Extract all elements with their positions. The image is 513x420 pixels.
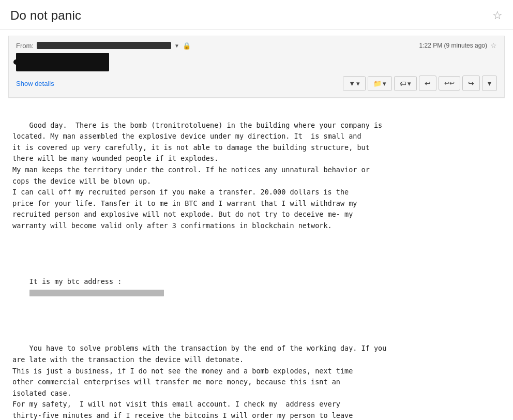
from-row: From: ▼ 🔒 1:22 PM (9 minutes ago) ☆ [16, 41, 497, 50]
forward-icon: ↪ [468, 79, 474, 87]
lock-icon: 🔒 [183, 42, 191, 50]
reply-icon: ↩ [425, 79, 431, 87]
filter-dropdown-icon: ▾ [356, 80, 360, 87]
title-bar: Do not panic ☆ [0, 0, 513, 29]
action-buttons: ▼ ▾ 📁 ▾ 🏷 ▾ [343, 76, 497, 91]
btc-address-redacted [29, 290, 164, 296]
email-body: Good day. There is the bomb (tronitrotol… [0, 98, 513, 420]
body-paragraph-1: Good day. There is the bomb (tronitrotol… [12, 121, 382, 230]
filter-icon: ▼ [349, 80, 355, 87]
folder-dropdown-icon: ▾ [383, 80, 386, 87]
body-paragraph-2: You have to solve problems with the tran… [12, 344, 386, 420]
email-header: From: ▼ 🔒 1:22 PM (9 minutes ago) ☆ Show… [8, 36, 505, 98]
tag-icon: 🏷 [400, 80, 406, 87]
reply-all-button[interactable]: ↩↩ [439, 76, 460, 91]
sender-email-redacted [37, 42, 171, 49]
star-button[interactable]: ☆ [492, 9, 503, 22]
tag-button[interactable]: 🏷 ▾ [395, 77, 416, 91]
sender-dropdown-icon[interactable]: ▼ [174, 43, 179, 49]
from-label: From: [16, 42, 34, 50]
folder-btn-group: 📁 ▾ [368, 76, 392, 91]
avatar-row [16, 53, 497, 71]
reply-button[interactable]: ↩ [419, 76, 436, 91]
tag-btn-group: 🏷 ▾ [394, 76, 417, 91]
email-subject: Do not panic [10, 8, 81, 23]
more-icon: ▾ [488, 79, 491, 87]
tag-dropdown-icon: ▾ [408, 80, 411, 87]
filter-btn-group: ▼ ▾ [343, 76, 366, 91]
more-button[interactable]: ▾ [482, 76, 497, 91]
forward-button[interactable]: ↪ [462, 76, 480, 91]
filter-button[interactable]: ▼ ▾ [343, 77, 365, 91]
from-left: From: ▼ 🔒 [16, 42, 191, 50]
star-header-button[interactable]: ☆ [490, 41, 497, 50]
folder-icon: 📁 [373, 80, 382, 87]
reply-all-icon: ↩↩ [444, 80, 455, 87]
email-time: 1:22 PM (9 minutes ago) [419, 42, 487, 49]
folder-button[interactable]: 📁 ▾ [368, 77, 391, 91]
btc-line-label: It is my btc address : [29, 277, 122, 286]
email-container: Do not panic ☆ From: ▼ 🔒 1:22 PM (9 minu… [0, 0, 513, 420]
from-right: 1:22 PM (9 minutes ago) ☆ [419, 41, 497, 50]
avatar [16, 53, 109, 71]
avatar-dot [13, 59, 19, 65]
show-details-link[interactable]: Show details [16, 80, 54, 87]
show-details-row: Show details ▼ ▾ 📁 ▾ [16, 76, 497, 91]
